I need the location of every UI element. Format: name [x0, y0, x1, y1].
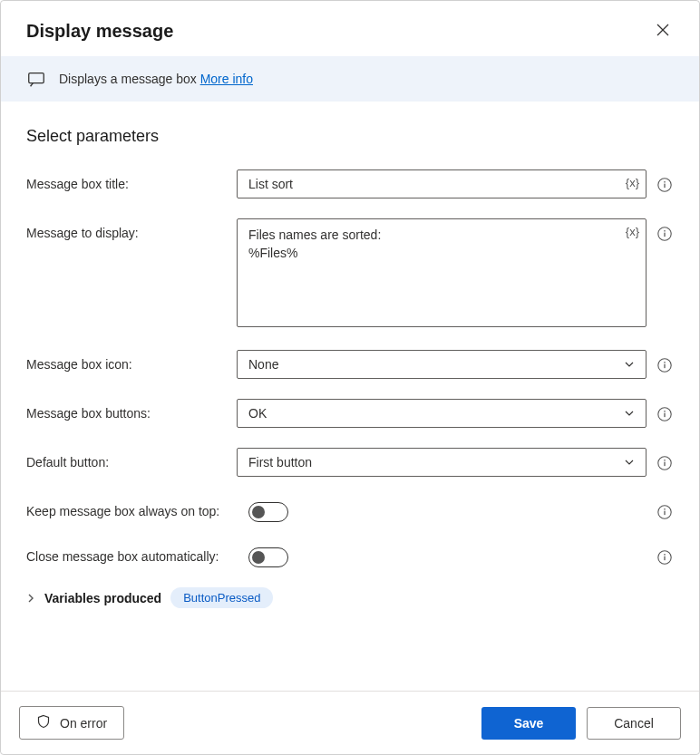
label-auto-close: Close message box automatically: — [26, 542, 248, 564]
dialog-footer: On error Save Cancel — [1, 691, 699, 754]
toggle-knob — [252, 506, 265, 518]
svg-point-16 — [664, 460, 666, 461]
svg-point-4 — [664, 181, 666, 183]
label-icon: Message box icon: — [26, 350, 237, 372]
field-row-always-on-top: Keep message box always on top: — [26, 497, 674, 522]
footer-actions: Save Cancel — [481, 707, 681, 740]
shield-icon — [36, 714, 51, 731]
default-button-select[interactable]: First button — [237, 448, 647, 477]
info-banner: Displays a message box More info — [1, 56, 699, 102]
variables-produced-label: Variables produced — [44, 591, 161, 605]
message-textarea[interactable] — [237, 218, 647, 327]
field-row-default-button: Default button: First button — [26, 448, 674, 477]
info-icon[interactable] — [656, 503, 674, 521]
svg-rect-2 — [29, 73, 44, 83]
chevron-down-icon — [624, 408, 635, 419]
more-info-link[interactable]: More info — [200, 72, 253, 86]
save-button[interactable]: Save — [481, 707, 576, 740]
svg-rect-8 — [664, 233, 665, 237]
cancel-button[interactable]: Cancel — [587, 707, 681, 740]
icon-select[interactable]: None — [237, 350, 647, 379]
chevron-down-icon — [624, 457, 635, 468]
svg-point-19 — [664, 508, 666, 510]
variable-chip[interactable]: ButtonPressed — [170, 587, 273, 608]
label-message: Message to display: — [26, 218, 237, 240]
svg-rect-20 — [664, 511, 665, 516]
auto-close-toggle[interactable] — [248, 547, 288, 567]
banner-description: Displays a message box — [59, 72, 200, 86]
dialog-title: Display message — [26, 21, 173, 42]
info-icon[interactable] — [656, 225, 674, 243]
close-icon — [656, 23, 670, 40]
message-box-icon — [26, 69, 46, 89]
info-icon[interactable] — [656, 405, 674, 423]
svg-rect-5 — [664, 184, 665, 189]
section-title: Select parameters — [26, 127, 674, 146]
chevron-down-icon — [624, 359, 635, 370]
dialog-content: Select parameters Message box title: {x}… — [1, 102, 699, 691]
label-always-on-top: Keep message box always on top: — [26, 497, 248, 518]
field-row-auto-close: Close message box automatically: — [26, 542, 674, 567]
toggle-knob — [252, 551, 265, 564]
info-icon[interactable] — [656, 548, 674, 566]
svg-rect-23 — [664, 557, 665, 561]
title-input[interactable] — [237, 169, 647, 198]
field-row-title: Message box title: {x} — [26, 169, 674, 198]
select-value: First button — [248, 455, 312, 469]
svg-point-22 — [664, 554, 666, 556]
variables-produced-row: Variables produced ButtonPressed — [26, 587, 674, 608]
on-error-button[interactable]: On error — [19, 706, 124, 740]
svg-point-10 — [664, 362, 666, 363]
field-row-icon: Message box icon: None — [26, 350, 674, 379]
svg-rect-11 — [664, 364, 665, 369]
label-buttons: Message box buttons: — [26, 399, 237, 421]
chevron-right-icon[interactable] — [26, 591, 35, 605]
field-row-message: Message to display: {x} — [26, 218, 674, 330]
variable-token-button[interactable]: {x} — [626, 225, 639, 238]
buttons-select[interactable]: OK — [237, 399, 647, 428]
field-row-buttons: Message box buttons: OK — [26, 399, 674, 428]
svg-point-7 — [664, 230, 666, 232]
svg-rect-14 — [664, 413, 665, 418]
dialog-header: Display message — [1, 1, 699, 56]
banner-text: Displays a message box More info — [59, 72, 253, 86]
always-on-top-toggle[interactable] — [248, 502, 288, 522]
info-icon[interactable] — [656, 176, 674, 194]
select-value: OK — [248, 406, 267, 421]
label-default-button: Default button: — [26, 448, 237, 469]
variable-token-button[interactable]: {x} — [626, 176, 639, 189]
info-icon[interactable] — [656, 454, 674, 472]
svg-rect-17 — [664, 462, 665, 467]
label-title: Message box title: — [26, 169, 237, 191]
svg-point-13 — [664, 411, 666, 412]
close-button[interactable] — [652, 19, 674, 44]
select-value: None — [248, 357, 278, 372]
info-icon[interactable] — [656, 356, 674, 374]
on-error-label: On error — [60, 716, 107, 731]
